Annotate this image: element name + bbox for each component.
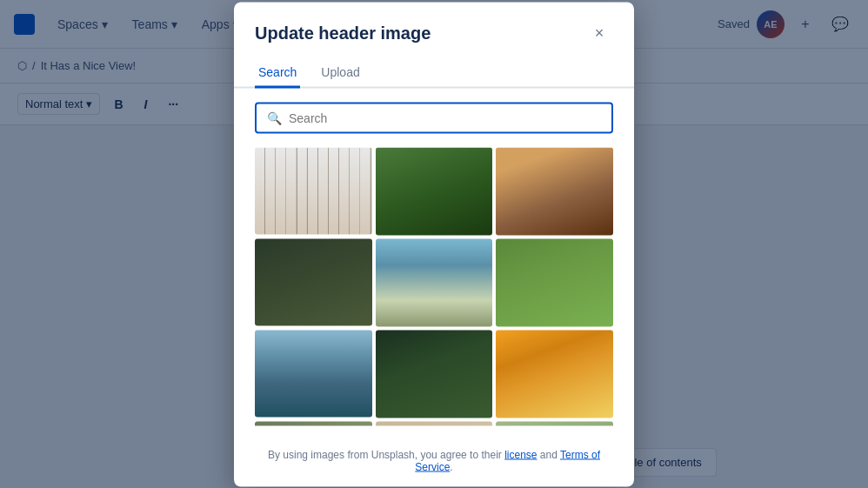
search-icon: 🔍 [267,110,282,124]
image-item-9[interactable] [496,330,613,418]
image-item-6[interactable] [496,238,613,326]
image-item-5[interactable] [376,238,493,326]
image-item-11[interactable] [376,421,493,425]
tab-search[interactable]: Search [255,57,300,88]
tab-upload[interactable]: Upload [317,57,363,88]
dialog-title: Update header image [255,23,431,43]
dialog-footer: By using images from Unsplash, you agree… [234,439,634,486]
image-item-2[interactable] [376,147,493,235]
image-search-box[interactable]: 🔍 [255,102,613,133]
image-item-8[interactable] [376,330,493,418]
dialog-header: Update header image × [234,2,634,47]
image-grid [255,147,613,425]
image-item-1[interactable] [255,147,372,235]
image-search-input[interactable] [289,110,601,124]
image-item-3[interactable] [496,147,613,235]
license-link[interactable]: license [504,448,537,460]
dialog-close-button[interactable]: × [585,19,613,47]
update-header-dialog: Update header image × Search Upload 🔍 [234,2,634,486]
image-item-7[interactable] [255,330,372,418]
image-item-10[interactable] [255,421,372,425]
image-item-12[interactable] [496,421,613,425]
dialog-body: 🔍 [234,88,634,439]
dialog-tabs: Search Upload [234,47,634,88]
image-item-4[interactable] [255,238,372,326]
